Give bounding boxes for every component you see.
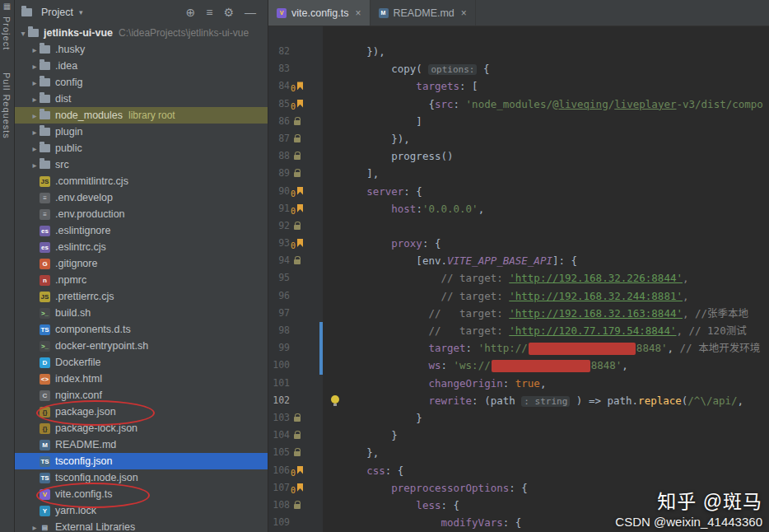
collapse-all-icon[interactable]: ≡ (206, 6, 212, 19)
tree-item-docker-entrypoint.sh[interactable]: >_docker-entrypoint.sh (15, 338, 268, 354)
tab-vite.config.ts[interactable]: Vvite.config.ts× (268, 0, 371, 26)
line-number[interactable]: 84 (268, 77, 290, 95)
line-number[interactable]: 96 (268, 287, 290, 305)
code-line-89[interactable]: 89 ], (268, 165, 769, 182)
code-line-92[interactable]: 92 (268, 217, 769, 235)
line-number[interactable]: 100 (268, 357, 290, 374)
chevron-down-icon[interactable]: ▾ (18, 29, 28, 38)
code-line-93[interactable]: 930 proxy: { (268, 235, 769, 252)
code-line-85[interactable]: 850 {src: 'node_modules/@liveqing/livepl… (268, 96, 769, 113)
chevron-right-icon[interactable]: ▸ (30, 111, 40, 120)
line-number[interactable]: 98 (268, 322, 290, 339)
line-number[interactable]: 90 (268, 183, 290, 200)
select-opened-file-icon[interactable]: ⊕ (186, 6, 196, 19)
line-number[interactable]: 107 (268, 479, 290, 497)
hide-tool-window-icon[interactable]: — (245, 6, 256, 19)
stripe-project-label[interactable]: Project (2, 16, 12, 50)
chevron-right-icon[interactable]: ▸ (30, 161, 40, 170)
line-number[interactable]: 99 (268, 339, 290, 357)
line-number[interactable]: 91 (268, 200, 290, 217)
line-number[interactable]: 105 (268, 444, 290, 461)
code-line-98[interactable]: 98 // target: 'http://120.77.179.54:8844… (268, 322, 769, 339)
chevron-right-icon[interactable]: ▸ (30, 144, 40, 153)
tree-item-.env.develop[interactable]: ≡.env.develop (15, 189, 268, 206)
chevron-right-icon[interactable]: ▸ (30, 62, 40, 71)
chevron-right-icon[interactable]: ▸ (30, 78, 40, 87)
line-number[interactable]: 82 (268, 43, 290, 60)
tree-item-README.md[interactable]: MREADME.md (15, 436, 268, 453)
line-number[interactable]: 102 (268, 392, 290, 409)
code-line-91[interactable]: 910 host:'0.0.0.0', (268, 200, 769, 217)
tree-item-.gitignore[interactable]: G.gitignore (15, 255, 268, 272)
tree-item-.eslintrc.cjs[interactable]: es.eslintrc.cjs (15, 239, 268, 255)
line-number[interactable]: 103 (268, 409, 290, 427)
tree-item-.commitlintrc.cjs[interactable]: JS.commitlintrc.cjs (15, 173, 268, 189)
tree-item-components.d.ts[interactable]: TScomponents.d.ts (15, 321, 268, 338)
tree-item-config[interactable]: ▸config (15, 74, 268, 91)
tree-item-index.html[interactable]: <>index.html (15, 371, 268, 387)
close-tab-icon[interactable]: × (461, 7, 467, 19)
tree-item-plugin[interactable]: ▸plugin (15, 124, 268, 140)
line-number[interactable]: 89 (268, 165, 290, 182)
chevron-down-icon[interactable]: ▾ (79, 8, 83, 16)
code-line-87[interactable]: 87 }), (268, 130, 769, 147)
tree-item-package-lock.json[interactable]: {}package-lock.json (15, 420, 268, 436)
code-line-94[interactable]: 94 [env.VITE_APP_BASE_API]: { (268, 252, 769, 269)
tree-item-.eslintignore[interactable]: es.eslintignore (15, 222, 268, 239)
code-line-95[interactable]: 95 // target: 'http://192.168.32.226:884… (268, 269, 769, 287)
tab-README.md[interactable]: MREADME.md× (371, 0, 476, 26)
line-number[interactable]: 88 (268, 147, 290, 165)
settings-icon[interactable]: ⚙ (223, 6, 234, 19)
tree-item-.npmrc[interactable]: n.npmrc (15, 272, 268, 288)
line-number[interactable]: 109 (268, 514, 290, 531)
tree-item-.env.production[interactable]: ≡.env.production (15, 206, 268, 222)
code-line-102[interactable]: 102 rewrite: (path : string ) => path.re… (268, 392, 769, 409)
stripe-pull-requests-label[interactable]: Pull Requests (2, 72, 12, 139)
tree-item-.prettierrc.cjs[interactable]: JS.prettierrc.cjs (15, 288, 268, 305)
code-line-88[interactable]: 88 progress() (268, 147, 769, 165)
tree-item-tsconfig.json[interactable]: TStsconfig.json (15, 453, 268, 469)
line-number[interactable]: 87 (268, 130, 290, 147)
tree-item-node_modules[interactable]: ▸node_moduleslibrary root (15, 107, 268, 124)
code-line-84[interactable]: 840 targets: [ (268, 77, 769, 95)
code-line-97[interactable]: 97 // target: 'http://192.168.32.163:884… (268, 305, 769, 322)
code-line-100[interactable]: 100 ws: 'ws://8848', (268, 357, 769, 374)
tree-item-nginx.conf[interactable]: Cnginx.conf (15, 387, 268, 404)
tree-item-Dockerfile[interactable]: DDockerfile (15, 354, 268, 371)
tree-item-src[interactable]: ▸src (15, 156, 268, 173)
tree-item-.husky[interactable]: ▸.husky (15, 41, 268, 58)
tree-item-.idea[interactable]: ▸.idea (15, 58, 268, 74)
line-number[interactable]: 86 (268, 113, 290, 130)
tree-item-External Libraries[interactable]: ▸▤External Libraries (15, 519, 268, 532)
line-number[interactable]: 83 (268, 60, 290, 77)
code-line-96[interactable]: 96 // target: 'http://192.168.32.244:888… (268, 287, 769, 305)
tree-item-jetlinks-ui-vue[interactable]: ▾jetlinks-ui-vueC:\ideaProjects\jetlinks… (15, 25, 268, 41)
tree-item-package.json[interactable]: {}package.json (15, 404, 268, 420)
chevron-right-icon[interactable]: ▸ (30, 95, 40, 104)
close-tab-icon[interactable]: × (355, 7, 361, 19)
code-line-90[interactable]: 900 server: { (268, 183, 769, 200)
chevron-right-icon[interactable]: ▸ (30, 45, 40, 54)
line-number[interactable]: 85 (268, 96, 290, 113)
code-line-106[interactable]: 1060 css: { (268, 462, 769, 479)
code-line-104[interactable]: 104 } (268, 427, 769, 444)
line-number[interactable]: 108 (268, 497, 290, 514)
intention-bulb-icon[interactable] (331, 395, 339, 404)
tree-item-vite.config.ts[interactable]: Vvite.config.ts (15, 486, 268, 502)
line-number[interactable]: 94 (268, 252, 290, 269)
tree-item-public[interactable]: ▸public (15, 140, 268, 156)
chevron-right-icon[interactable]: ▸ (30, 523, 40, 532)
code-line-82[interactable]: 82 }), (268, 43, 769, 60)
project-view-selector[interactable]: Project (41, 7, 73, 18)
code-line-101[interactable]: 101 changeOrigin: true, (268, 375, 769, 392)
code-line-86[interactable]: 86 ] (268, 113, 769, 130)
code-line-99[interactable]: 99 target: 'http://8848', // 本地开发环境 (268, 339, 769, 357)
tree-item-build.sh[interactable]: >_build.sh (15, 305, 268, 321)
line-number[interactable]: 104 (268, 427, 290, 444)
line-number[interactable]: 106 (268, 462, 290, 479)
tree-item-tsconfig.node.json[interactable]: TStsconfig.node.json (15, 469, 268, 486)
chevron-right-icon[interactable]: ▸ (30, 128, 40, 137)
tree-item-yarn.lock[interactable]: Yyarn.lock (15, 502, 268, 519)
code-line-103[interactable]: 103 } (268, 409, 769, 427)
code-line-83[interactable]: 83 copy( options: { (268, 60, 769, 77)
